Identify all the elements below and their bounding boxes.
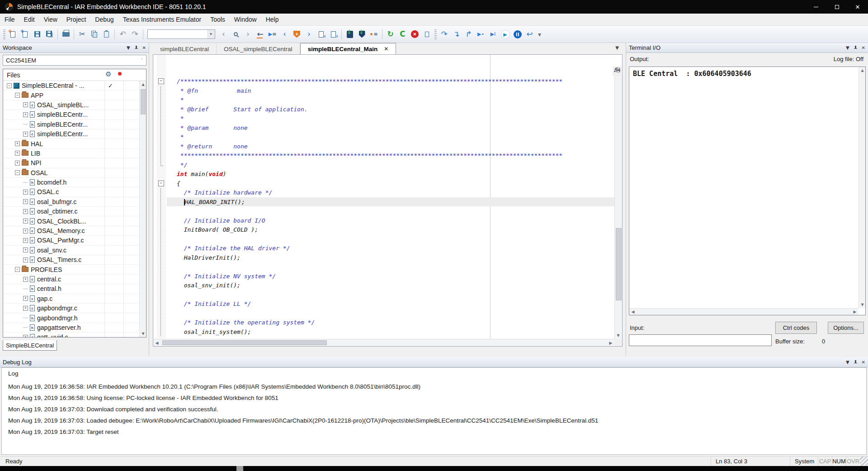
editor-horizontal-scrollbar[interactable]: ◀ ▶	[153, 339, 614, 346]
expand-icon[interactable]: +	[15, 151, 20, 156]
collapse-icon[interactable]: −	[7, 83, 12, 88]
expand-icon[interactable]: +	[23, 228, 28, 233]
menu-texas-instruments-emulator[interactable]: Texas Instruments Emulator	[118, 14, 206, 25]
output-horizontal-scrollbar[interactable]: ◀ ▶	[629, 308, 859, 315]
tree-item-osal-c[interactable]: +cOSAL.c	[3, 187, 139, 197]
next-bookmark-button[interactable]: ›	[303, 29, 315, 40]
toggle-breakpoint-button[interactable]: +	[291, 29, 302, 40]
expand-icon[interactable]: +	[23, 209, 28, 214]
scroll-left-icon[interactable]: ◀	[629, 309, 637, 315]
prev-bookmark-button[interactable]: ‹	[279, 29, 290, 40]
scroll-down-icon[interactable]: ▼	[859, 301, 866, 308]
toolbar-overflow-button[interactable]: ▾	[536, 31, 543, 38]
copy-button[interactable]	[89, 29, 100, 40]
chevron-down-icon[interactable]: ˅	[138, 55, 146, 65]
undo-button[interactable]: ↶	[117, 29, 128, 40]
open-file-button[interactable]: +	[19, 29, 31, 40]
tree-item-bcomdef-h[interactable]: hbcomdef.h	[3, 178, 139, 187]
menu-debug[interactable]: Debug	[90, 14, 118, 25]
print-button[interactable]	[60, 29, 71, 40]
expand-icon[interactable]: +	[15, 141, 20, 146]
tree-item-gatt-uuid-c[interactable]: +cgatt_uuid.c	[3, 333, 139, 337]
scroll-right-icon[interactable]: ▶	[851, 309, 859, 315]
nav-forward-button[interactable]: ›	[242, 29, 254, 40]
collapse-icon[interactable]: −	[15, 267, 20, 272]
scroll-up-icon[interactable]: ▲	[859, 67, 866, 74]
expand-icon[interactable]: +	[23, 199, 28, 204]
tree-item-gap-c[interactable]: +cgap.c	[3, 294, 139, 304]
break-button[interactable]	[512, 29, 523, 40]
pin-icon[interactable]	[854, 360, 858, 365]
expand-icon[interactable]: +	[23, 102, 28, 107]
quick-search-combo[interactable]: ▾	[147, 29, 215, 39]
workspace-bottom-tab[interactable]: SimpleBLECentral	[3, 340, 57, 351]
next-statement-button[interactable]: ▶•	[475, 29, 486, 40]
menu-help[interactable]: Help	[261, 14, 283, 25]
tree-item-osal-clockbl[interactable]: +cOSAL_ClockBL...	[3, 216, 139, 226]
gear-icon[interactable]: ⚙	[105, 70, 111, 78]
tree-item-osal-timers-c[interactable]: +cOSAL_Timers.c	[3, 255, 139, 265]
tree-item-osal[interactable]: −OSAL	[3, 168, 139, 178]
code-editor[interactable]: /***************************************…	[153, 54, 623, 347]
menu-project[interactable]: Project	[62, 14, 91, 25]
tree-item-gapbondmgr-h[interactable]: hgapbondmgr.h	[3, 313, 139, 323]
download-verify-button[interactable]: ↓	[356, 29, 368, 40]
tree-item-osal-snv-c[interactable]: +cosal_snv.c	[3, 246, 139, 255]
step-out-button[interactable]: ↱	[463, 29, 474, 40]
scrollbar-thumb[interactable]	[141, 89, 146, 114]
menu-edit[interactable]: Edit	[19, 14, 39, 25]
expand-icon[interactable]: +	[23, 238, 28, 243]
tab-osal-simpleblecentral[interactable]: OSAL_simpleBLECentral	[217, 43, 300, 54]
paste-button[interactable]	[101, 29, 112, 40]
flash-list-button[interactable]: ≡	[368, 29, 380, 40]
tree-item-lib[interactable]: +LIB	[3, 149, 139, 158]
tree-item-osal-pwrmgr-c[interactable]: +cOSAL_PwrMgr.c	[3, 236, 139, 245]
tree-item-simpleblecentr[interactable]: hsimpleBLECentr...	[3, 120, 139, 129]
scroll-left-icon[interactable]: ◀	[153, 339, 160, 347]
bookmark-list-button[interactable]: ▶≡	[267, 29, 278, 40]
expand-icon[interactable]: +	[23, 335, 28, 337]
tree-item-osal-bufmgr-c[interactable]: +cosal_bufmgr.c	[3, 197, 139, 207]
tree-item-simpleblecentr[interactable]: +csimpleBLECentr...	[3, 129, 139, 139]
tree-item-central-c[interactable]: +ccentral.c	[3, 275, 139, 284]
scroll-up-icon[interactable]: ▲	[140, 81, 146, 88]
fold-marker[interactable]	[158, 76, 165, 86]
scrollbar-thumb[interactable]	[616, 228, 622, 300]
expand-icon[interactable]: +	[23, 296, 28, 301]
tree-item-app[interactable]: −APP	[3, 90, 139, 100]
tree-item-gapgattserver-h[interactable]: hgapgattserver.h	[3, 323, 139, 333]
tab-simpleblecentral[interactable]: simpleBLECentral	[153, 43, 217, 54]
options-button[interactable]: Options...	[828, 322, 864, 334]
fold-marker[interactable]	[158, 179, 165, 188]
tree-item-hal[interactable]: +HAL	[3, 139, 139, 148]
go-button[interactable]: ▶	[500, 29, 511, 40]
expand-icon[interactable]: +	[23, 257, 28, 262]
expand-icon[interactable]: +	[23, 190, 28, 195]
new-document-button[interactable]: +	[7, 29, 19, 40]
quick-search-input[interactable]	[149, 30, 207, 38]
expand-icon[interactable]: +	[23, 132, 28, 137]
tree-item-gapbondmgr-c[interactable]: +cgapbondmgr.c	[3, 304, 139, 313]
save-button[interactable]	[32, 29, 43, 40]
tree-item-osal-memory-c[interactable]: +cOSAL_Memory.c	[3, 226, 139, 236]
tree-item-osal-cbtimer-c[interactable]: +cosal_cbtimer.c	[3, 207, 139, 216]
scroll-right-icon[interactable]: ▶	[607, 339, 614, 347]
tree-item-simpleblecentr[interactable]: +csimpleBLECentr...	[3, 110, 139, 119]
stop-debugging-button[interactable]: ✕	[409, 29, 420, 40]
menu-file[interactable]: File	[0, 14, 19, 25]
terminal-output-box[interactable]: BLE Central : 0x606405903646 ▲ ▼ ◀ ▶	[629, 67, 866, 315]
expand-icon[interactable]: +	[23, 219, 28, 224]
prev-doc-button[interactable]: ‹	[316, 29, 327, 40]
pin-icon[interactable]	[134, 46, 138, 50]
collapse-icon[interactable]: −	[15, 93, 20, 98]
tree-item-osal-simplebl[interactable]: +cOSAL_simpleBL...	[3, 100, 139, 110]
close-icon[interactable]: ✕	[862, 360, 865, 365]
tree-item-central-h[interactable]: hcentral.h	[3, 284, 139, 294]
panel-menu-icon[interactable]: ▼	[127, 45, 130, 50]
tab-close-icon[interactable]: ✕	[384, 46, 388, 52]
chevron-down-icon[interactable]: ▾	[207, 30, 215, 38]
editor-vertical-scrollbar[interactable]: ▲ ▼	[614, 76, 622, 339]
find-button[interactable]	[230, 29, 241, 40]
step-over-button[interactable]: ↷	[439, 29, 450, 40]
pin-icon[interactable]	[854, 46, 858, 50]
